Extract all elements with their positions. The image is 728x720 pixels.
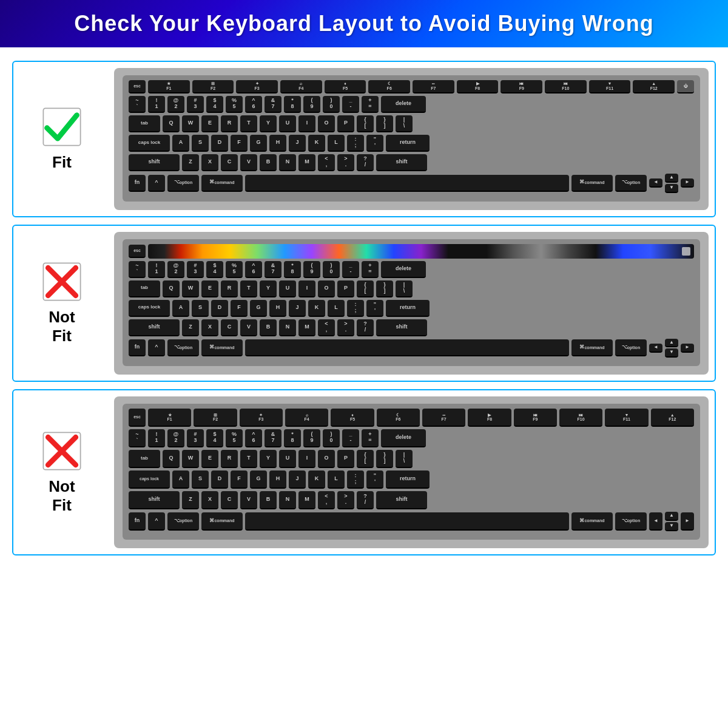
kb3-key-f10: ⏭F10 <box>559 409 602 427</box>
key-f: F <box>231 135 248 152</box>
kb3-key-8: *8 <box>284 429 301 447</box>
kb1-zxcv-row: shift Z X C V B N M <, >. ?/ shift <box>129 154 694 171</box>
key-f1: ★F1 <box>148 80 190 93</box>
kb3-asdf-row: caps lock A S D F G H J K L :; "' return <box>129 470 694 489</box>
touch-bar-indicator <box>682 247 690 256</box>
kb3-key-f9: ⏮F9 <box>514 409 557 427</box>
cross-icon-1 <box>41 260 83 303</box>
kb3-bottom-row: fn ^ ⌥option ⌘command ⌘command ⌥option ◄… <box>129 512 694 531</box>
kb1-num-row: ~` !1 @2 #3 $4 %5 ^6 &7 *8 (9 )0 _- += d… <box>129 96 694 113</box>
check-icon <box>41 106 83 148</box>
kb2-key-f: F <box>231 300 248 317</box>
kb3-key-option-left: ⌥option <box>167 512 199 531</box>
key-9: (9 <box>303 96 320 113</box>
key-z: Z <box>182 154 199 171</box>
kb1-qwerty-row: tab Q W E R T Y U I O P {[ }] |\ <box>129 115 694 132</box>
kb2-key-comma: <, <box>318 319 335 336</box>
kb2-key-d: D <box>211 300 228 317</box>
key-j: J <box>289 135 306 152</box>
kb1-container: esc ★F1 ⊞F2 ✦F3 ⌕F4 ♦F5 ☾F6 ∞F7 ▶F8 ⏮F9 … <box>123 75 700 202</box>
kb3-key-arrow-up: ▲ <box>665 512 678 521</box>
section-not-fit-2: NotFit esc ★F1 ⊞F2 ✦F3 ⌕F4 ♦F5 ☾F6 ∞F7 ▶ <box>12 389 716 555</box>
kb3-key-equals: += <box>362 429 379 447</box>
key-f7: ∞F7 <box>413 80 454 93</box>
key-shift-right: shift <box>376 154 427 171</box>
key-i: I <box>298 115 315 132</box>
key-backtick: ~` <box>129 96 146 113</box>
kb3-key-a: A <box>172 470 189 489</box>
key-a: A <box>172 135 189 152</box>
section-fit: Fit esc ★F1 ⊞F2 ✦F3 ⌕F4 ♦F5 ☾F6 ∞F7 ▶F8 <box>12 61 716 217</box>
key-3: #3 <box>187 96 204 113</box>
key-r: R <box>221 115 238 132</box>
kb2-key-rbracket: }] <box>376 280 393 297</box>
kb2-key-backtick: ~` <box>129 261 146 278</box>
kb3-key-h: H <box>269 470 286 489</box>
key-equals: += <box>362 96 379 113</box>
kb3-key-lbracket: {[ <box>357 450 374 468</box>
key-esc: esc <box>129 80 146 93</box>
key-f4: ⌕F4 <box>280 80 322 93</box>
kb2-key-z: Z <box>182 319 199 336</box>
kb2-key-w: W <box>182 280 199 297</box>
key-return: return <box>386 135 430 152</box>
kb2-key-h: H <box>269 300 286 317</box>
kb3-key-1: !1 <box>148 429 165 447</box>
kb3-key-period: >. <box>337 491 354 509</box>
kb2-key-c: C <box>221 319 238 336</box>
kb3-key-backtick: ~` <box>129 429 146 447</box>
kb2-key-m: M <box>298 319 315 336</box>
kb2-key-s: S <box>192 300 209 317</box>
touch-bar <box>148 244 694 259</box>
kb3-key-f8: ▶F8 <box>468 409 511 427</box>
key-8: *8 <box>284 96 301 113</box>
keyboard-2: esc ~` !1 @2 #3 $4 %5 ^6 &7 <box>114 232 709 375</box>
kb3-key-capslock: caps lock <box>129 470 170 489</box>
kb3-key-f7: ∞F7 <box>422 409 465 427</box>
kb3-key-g: G <box>250 470 267 489</box>
kb3-key-7: &7 <box>265 429 281 447</box>
kb2-key-command-left: ⌘command <box>201 339 243 356</box>
kb2-key-t: T <box>240 280 257 297</box>
kb2-key-o: O <box>318 280 335 297</box>
kb3-key-shift-left: shift <box>129 491 180 509</box>
kb2-key-3: #3 <box>187 261 204 278</box>
keyboard-3: esc ★F1 ⊞F2 ✦F3 ⌕F4 ♦F5 ☾F6 ∞F7 ▶F8 ⏮F9 … <box>114 396 709 548</box>
page-header: Check Your Keyboard Layout to Avoid Buyi… <box>0 0 728 47</box>
key-1: !1 <box>148 96 165 113</box>
key-o: O <box>318 115 335 132</box>
fit-label: Fit <box>52 153 72 172</box>
kb3-key-3: #3 <box>187 429 204 447</box>
key-f6: ☾F6 <box>368 80 410 93</box>
kb2-key-j: J <box>289 300 306 317</box>
kb3-zxcv-row: shift Z X C V B N M <, >. ?/ shift <box>129 491 694 509</box>
kb3-key-delete: delete <box>381 429 426 447</box>
key-f2: ⊞F2 <box>192 80 234 93</box>
key-arrow-left: ◄ <box>649 178 662 188</box>
key-comma: <, <box>318 154 335 171</box>
page-title: Check Your Keyboard Layout to Avoid Buyi… <box>18 11 710 36</box>
kb2-key-y: Y <box>260 280 277 297</box>
kb2-key-e: E <box>201 280 218 297</box>
page-wrapper: Check Your Keyboard Layout to Avoid Buyi… <box>0 0 728 569</box>
key-ctrl-icon: ^ <box>148 175 165 192</box>
kb3-key-shift-right: shift <box>376 491 427 509</box>
status-fit: Fit <box>19 106 104 172</box>
kb2-key-arrow-up: ▲ <box>665 339 678 348</box>
kb3-key-space <box>245 512 569 531</box>
kb3-key-m: M <box>298 491 315 509</box>
kb2-key-4: $4 <box>206 261 223 278</box>
kb3-key-f6: ☾F6 <box>377 409 420 427</box>
kb2-key-p: P <box>337 280 354 297</box>
kb2-container: esc ~` !1 @2 #3 $4 %5 ^6 &7 <box>123 239 700 367</box>
kb2-key-k: K <box>308 300 325 317</box>
kb2-key-space <box>245 339 569 356</box>
key-0: )0 <box>323 96 340 113</box>
status-not-fit-1: NotFit <box>19 260 104 345</box>
kb2-key-period: >. <box>337 319 354 336</box>
kb2-key-capslock: caps lock <box>129 300 170 317</box>
key-power: ⏻ <box>677 80 694 93</box>
key-f10: ⏭F10 <box>545 80 587 93</box>
kb2-key-minus: _- <box>342 261 359 278</box>
kb3-key-option-right: ⌥option <box>615 512 647 531</box>
